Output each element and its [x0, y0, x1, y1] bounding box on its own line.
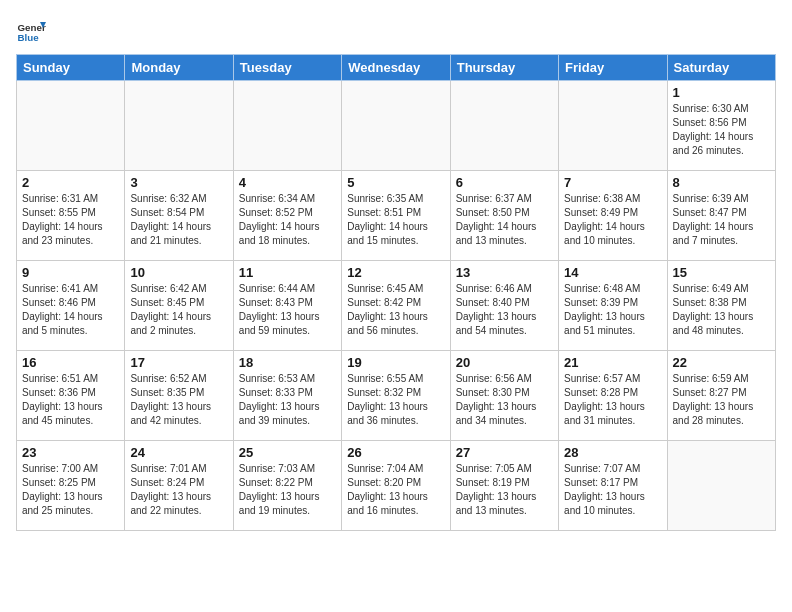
day-number: 9 — [22, 265, 119, 280]
day-info: Sunrise: 7:01 AM Sunset: 8:24 PM Dayligh… — [130, 462, 227, 518]
calendar-cell: 22Sunrise: 6:59 AM Sunset: 8:27 PM Dayli… — [667, 351, 775, 441]
weekday-header-saturday: Saturday — [667, 55, 775, 81]
day-info: Sunrise: 6:52 AM Sunset: 8:35 PM Dayligh… — [130, 372, 227, 428]
calendar-cell: 2Sunrise: 6:31 AM Sunset: 8:55 PM Daylig… — [17, 171, 125, 261]
weekday-header-tuesday: Tuesday — [233, 55, 341, 81]
calendar-cell: 12Sunrise: 6:45 AM Sunset: 8:42 PM Dayli… — [342, 261, 450, 351]
day-info: Sunrise: 6:45 AM Sunset: 8:42 PM Dayligh… — [347, 282, 444, 338]
day-number: 1 — [673, 85, 770, 100]
calendar-cell: 17Sunrise: 6:52 AM Sunset: 8:35 PM Dayli… — [125, 351, 233, 441]
day-number: 6 — [456, 175, 553, 190]
day-number: 18 — [239, 355, 336, 370]
svg-text:Blue: Blue — [18, 32, 40, 43]
calendar-cell — [667, 441, 775, 531]
calendar-cell: 13Sunrise: 6:46 AM Sunset: 8:40 PM Dayli… — [450, 261, 558, 351]
calendar-cell — [17, 81, 125, 171]
calendar-cell — [125, 81, 233, 171]
calendar-cell: 4Sunrise: 6:34 AM Sunset: 8:52 PM Daylig… — [233, 171, 341, 261]
day-number: 2 — [22, 175, 119, 190]
day-info: Sunrise: 7:07 AM Sunset: 8:17 PM Dayligh… — [564, 462, 661, 518]
calendar-week-2: 2Sunrise: 6:31 AM Sunset: 8:55 PM Daylig… — [17, 171, 776, 261]
day-number: 20 — [456, 355, 553, 370]
day-info: Sunrise: 6:35 AM Sunset: 8:51 PM Dayligh… — [347, 192, 444, 248]
day-number: 13 — [456, 265, 553, 280]
day-info: Sunrise: 6:41 AM Sunset: 8:46 PM Dayligh… — [22, 282, 119, 338]
day-number: 27 — [456, 445, 553, 460]
day-number: 22 — [673, 355, 770, 370]
day-number: 15 — [673, 265, 770, 280]
day-info: Sunrise: 6:30 AM Sunset: 8:56 PM Dayligh… — [673, 102, 770, 158]
day-info: Sunrise: 6:34 AM Sunset: 8:52 PM Dayligh… — [239, 192, 336, 248]
calendar-cell: 23Sunrise: 7:00 AM Sunset: 8:25 PM Dayli… — [17, 441, 125, 531]
day-number: 26 — [347, 445, 444, 460]
calendar-cell: 28Sunrise: 7:07 AM Sunset: 8:17 PM Dayli… — [559, 441, 667, 531]
day-number: 14 — [564, 265, 661, 280]
day-info: Sunrise: 6:42 AM Sunset: 8:45 PM Dayligh… — [130, 282, 227, 338]
calendar-cell: 20Sunrise: 6:56 AM Sunset: 8:30 PM Dayli… — [450, 351, 558, 441]
calendar-cell: 14Sunrise: 6:48 AM Sunset: 8:39 PM Dayli… — [559, 261, 667, 351]
day-info: Sunrise: 6:39 AM Sunset: 8:47 PM Dayligh… — [673, 192, 770, 248]
logo: General Blue — [16, 16, 50, 46]
day-info: Sunrise: 7:05 AM Sunset: 8:19 PM Dayligh… — [456, 462, 553, 518]
calendar-cell — [233, 81, 341, 171]
calendar-cell: 19Sunrise: 6:55 AM Sunset: 8:32 PM Dayli… — [342, 351, 450, 441]
day-info: Sunrise: 6:32 AM Sunset: 8:54 PM Dayligh… — [130, 192, 227, 248]
page-header: General Blue — [16, 16, 776, 46]
calendar-cell — [342, 81, 450, 171]
day-info: Sunrise: 6:57 AM Sunset: 8:28 PM Dayligh… — [564, 372, 661, 428]
calendar-cell: 1Sunrise: 6:30 AM Sunset: 8:56 PM Daylig… — [667, 81, 775, 171]
logo-icon: General Blue — [16, 16, 46, 46]
day-number: 28 — [564, 445, 661, 460]
calendar-cell: 21Sunrise: 6:57 AM Sunset: 8:28 PM Dayli… — [559, 351, 667, 441]
day-number: 23 — [22, 445, 119, 460]
day-info: Sunrise: 6:56 AM Sunset: 8:30 PM Dayligh… — [456, 372, 553, 428]
day-number: 5 — [347, 175, 444, 190]
calendar-cell: 16Sunrise: 6:51 AM Sunset: 8:36 PM Dayli… — [17, 351, 125, 441]
calendar-week-4: 16Sunrise: 6:51 AM Sunset: 8:36 PM Dayli… — [17, 351, 776, 441]
day-info: Sunrise: 6:44 AM Sunset: 8:43 PM Dayligh… — [239, 282, 336, 338]
calendar-cell: 24Sunrise: 7:01 AM Sunset: 8:24 PM Dayli… — [125, 441, 233, 531]
day-number: 19 — [347, 355, 444, 370]
calendar-header: SundayMondayTuesdayWednesdayThursdayFrid… — [17, 55, 776, 81]
calendar-cell: 7Sunrise: 6:38 AM Sunset: 8:49 PM Daylig… — [559, 171, 667, 261]
day-info: Sunrise: 6:38 AM Sunset: 8:49 PM Dayligh… — [564, 192, 661, 248]
calendar-cell: 3Sunrise: 6:32 AM Sunset: 8:54 PM Daylig… — [125, 171, 233, 261]
day-number: 7 — [564, 175, 661, 190]
weekday-header-wednesday: Wednesday — [342, 55, 450, 81]
calendar-cell: 15Sunrise: 6:49 AM Sunset: 8:38 PM Dayli… — [667, 261, 775, 351]
day-number: 21 — [564, 355, 661, 370]
day-info: Sunrise: 6:49 AM Sunset: 8:38 PM Dayligh… — [673, 282, 770, 338]
day-info: Sunrise: 6:51 AM Sunset: 8:36 PM Dayligh… — [22, 372, 119, 428]
day-number: 3 — [130, 175, 227, 190]
day-number: 16 — [22, 355, 119, 370]
calendar-cell: 11Sunrise: 6:44 AM Sunset: 8:43 PM Dayli… — [233, 261, 341, 351]
day-number: 4 — [239, 175, 336, 190]
calendar-cell: 25Sunrise: 7:03 AM Sunset: 8:22 PM Dayli… — [233, 441, 341, 531]
calendar-cell: 26Sunrise: 7:04 AM Sunset: 8:20 PM Dayli… — [342, 441, 450, 531]
weekday-header-thursday: Thursday — [450, 55, 558, 81]
day-info: Sunrise: 6:53 AM Sunset: 8:33 PM Dayligh… — [239, 372, 336, 428]
weekday-header-sunday: Sunday — [17, 55, 125, 81]
day-info: Sunrise: 7:04 AM Sunset: 8:20 PM Dayligh… — [347, 462, 444, 518]
calendar-cell: 10Sunrise: 6:42 AM Sunset: 8:45 PM Dayli… — [125, 261, 233, 351]
calendar-table: SundayMondayTuesdayWednesdayThursdayFrid… — [16, 54, 776, 531]
day-info: Sunrise: 6:31 AM Sunset: 8:55 PM Dayligh… — [22, 192, 119, 248]
day-info: Sunrise: 6:59 AM Sunset: 8:27 PM Dayligh… — [673, 372, 770, 428]
calendar-cell: 6Sunrise: 6:37 AM Sunset: 8:50 PM Daylig… — [450, 171, 558, 261]
day-info: Sunrise: 7:03 AM Sunset: 8:22 PM Dayligh… — [239, 462, 336, 518]
day-info: Sunrise: 6:55 AM Sunset: 8:32 PM Dayligh… — [347, 372, 444, 428]
day-number: 12 — [347, 265, 444, 280]
day-number: 8 — [673, 175, 770, 190]
day-number: 11 — [239, 265, 336, 280]
day-info: Sunrise: 6:46 AM Sunset: 8:40 PM Dayligh… — [456, 282, 553, 338]
calendar-week-5: 23Sunrise: 7:00 AM Sunset: 8:25 PM Dayli… — [17, 441, 776, 531]
day-number: 25 — [239, 445, 336, 460]
day-info: Sunrise: 7:00 AM Sunset: 8:25 PM Dayligh… — [22, 462, 119, 518]
weekday-header-monday: Monday — [125, 55, 233, 81]
calendar-cell: 18Sunrise: 6:53 AM Sunset: 8:33 PM Dayli… — [233, 351, 341, 441]
calendar-cell: 9Sunrise: 6:41 AM Sunset: 8:46 PM Daylig… — [17, 261, 125, 351]
calendar-week-1: 1Sunrise: 6:30 AM Sunset: 8:56 PM Daylig… — [17, 81, 776, 171]
day-number: 17 — [130, 355, 227, 370]
calendar-cell: 27Sunrise: 7:05 AM Sunset: 8:19 PM Dayli… — [450, 441, 558, 531]
weekday-header-friday: Friday — [559, 55, 667, 81]
